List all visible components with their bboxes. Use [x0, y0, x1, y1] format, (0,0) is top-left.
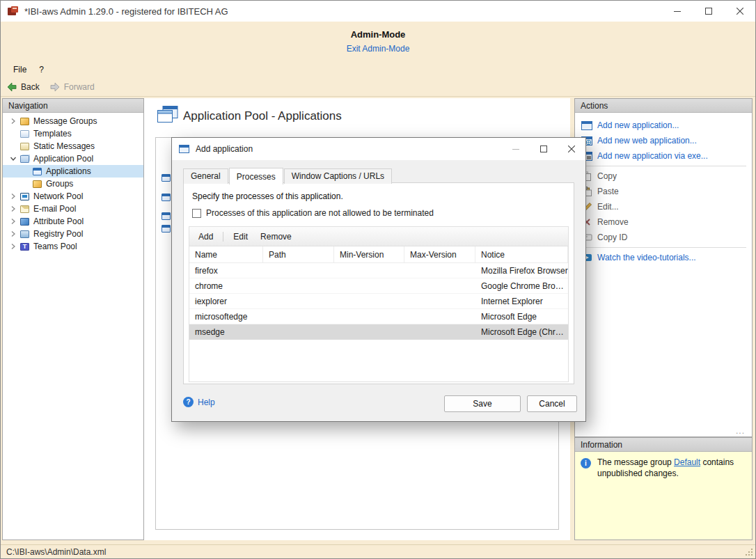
back-button[interactable]: Back — [6, 81, 40, 93]
toolbar-separator — [223, 232, 223, 242]
sidebar-item-message-groups[interactable]: Message Groups — [3, 115, 143, 127]
action-copy-id[interactable]: Copy ID — [575, 230, 752, 245]
sidebar-item-static-messages[interactable]: Static Messages — [3, 140, 143, 152]
teams-pool-icon — [20, 243, 29, 251]
chevron-right-icon[interactable] — [8, 242, 18, 251]
dialog-maximize-button[interactable] — [530, 138, 558, 160]
chevron-right-icon[interactable] — [8, 205, 18, 213]
chevron-down-icon[interactable] — [8, 155, 18, 163]
table-row-firefox[interactable]: firefox Mozilla Firefox Browser — [189, 263, 568, 278]
process-remove-button[interactable]: Remove — [258, 230, 294, 243]
window-titlebar[interactable]: *IBI-aws Admin 1.29.0 - registered for I… — [1, 1, 755, 22]
action-add-new-web-application[interactable]: Add new web application... — [575, 133, 752, 148]
minimize-button[interactable] — [661, 1, 693, 22]
save-button[interactable]: Save — [444, 395, 521, 412]
column-header-name[interactable]: Name — [189, 246, 263, 262]
column-header-notice[interactable]: Notice — [475, 246, 568, 262]
sidebar-item-attribute-pool[interactable]: Attribute Pool — [3, 215, 143, 228]
action-edit[interactable]: Edit... — [575, 199, 752, 214]
menu-file[interactable]: File — [7, 63, 33, 76]
application-row-icon — [162, 174, 171, 182]
sidebar-item-templates[interactable]: Templates — [3, 127, 143, 140]
chevron-right-icon[interactable] — [8, 217, 18, 226]
dialog-titlebar[interactable]: Add application — [172, 138, 585, 160]
actions-separator — [581, 166, 746, 166]
column-header-max-version[interactable]: Max-Version — [404, 246, 475, 262]
dialog-window-icon — [179, 145, 189, 153]
actions-panel-header: Actions — [575, 99, 752, 113]
information-panel: Information i The message group Default … — [574, 437, 753, 540]
menu-help[interactable]: ? — [33, 63, 50, 76]
table-row-iexplorer[interactable]: iexplorer Internet Explorer — [189, 294, 568, 309]
table-row-msedge[interactable]: msedge Microsoft Edge (Chrom... — [189, 324, 568, 340]
column-header-path[interactable]: Path — [263, 246, 334, 262]
sidebar-item-applications[interactable]: Applications — [3, 165, 143, 178]
dialog-close-button[interactable] — [558, 138, 585, 160]
processes-table-header: Name Path Min-Version Max-Version Notice — [189, 246, 568, 263]
dialog-minimize-button[interactable] — [502, 138, 530, 160]
sidebar-item-registry-pool[interactable]: Registry Pool — [3, 228, 143, 240]
resize-grip[interactable] — [744, 547, 754, 557]
back-arrow-icon — [6, 81, 17, 93]
action-add-new-application[interactable]: Add new application... — [575, 118, 752, 133]
forward-arrow-icon — [49, 81, 61, 93]
close-button[interactable] — [724, 1, 755, 22]
chevron-spacer — [21, 180, 31, 188]
tab-window-captions-urls[interactable]: Window Captions / URLs — [284, 168, 392, 184]
window-title: *IBI-aws Admin 1.29.0 - registered for I… — [24, 6, 661, 17]
chevron-spacer — [21, 167, 31, 175]
navigation-panel-header: Navigation — [3, 99, 143, 113]
admin-mode-title: Admin-Mode — [1, 29, 755, 40]
window-add-icon — [581, 120, 592, 130]
sidebar-item-email-pool[interactable]: E-mail Pool — [3, 203, 143, 215]
panel-splitter-dots[interactable]: ... — [736, 426, 745, 436]
status-bar: C:\IBI-aws\Admin\Data.xml — [1, 544, 755, 558]
actions-separator — [581, 247, 746, 248]
action-watch-video-tutorials[interactable]: Watch the video-tutorials... — [575, 250, 752, 265]
registry-pool-icon — [20, 230, 29, 238]
info-icon: i — [581, 458, 591, 469]
tab-processes[interactable]: Processes — [229, 168, 283, 184]
maximize-button[interactable] — [693, 1, 724, 22]
chevron-right-icon[interactable] — [8, 117, 18, 125]
action-copy[interactable]: Copy — [575, 168, 752, 184]
sidebar-item-application-pool[interactable]: Application Pool — [3, 152, 143, 165]
column-header-min-version[interactable]: Min-Version — [334, 246, 404, 262]
application-window: *IBI-aws Admin 1.29.0 - registered for I… — [0, 0, 756, 559]
attribute-pool-icon — [20, 218, 29, 226]
chevron-right-icon[interactable] — [8, 230, 18, 238]
processes-tab-page: Specify the processes of this applicatio… — [183, 182, 574, 384]
forward-button[interactable]: Forward — [49, 81, 95, 93]
dialog-title: Add application — [196, 144, 502, 154]
sidebar-item-groups[interactable]: Groups — [3, 178, 143, 190]
process-add-button[interactable]: Add — [196, 230, 216, 243]
applications-icon — [33, 168, 42, 175]
action-paste[interactable]: Paste — [575, 184, 752, 199]
table-row-chrome[interactable]: chrome Google Chrome Browser — [189, 278, 568, 294]
sidebar-item-teams-pool[interactable]: Teams Pool — [3, 240, 143, 253]
dialog-tabs: General Processes Window Captions / URLs — [183, 167, 393, 184]
action-remove[interactable]: Remove — [575, 214, 752, 230]
terminate-checkbox-label: Processes of this application are not al… — [206, 208, 434, 218]
sidebar-item-network-pool[interactable]: Network Pool — [3, 190, 143, 203]
action-add-new-application-via-exe[interactable]: Add new application via exe... — [575, 148, 752, 164]
exit-admin-mode-link[interactable]: Exit Admin-Mode — [347, 44, 410, 54]
terminate-checkbox[interactable] — [192, 209, 201, 218]
tab-general[interactable]: General — [183, 168, 228, 184]
application-pool-icon — [20, 155, 29, 163]
email-pool-icon — [20, 205, 29, 213]
cancel-button[interactable]: Cancel — [527, 395, 577, 412]
processes-toolbar: Add Edit Remove — [189, 227, 568, 246]
groups-icon — [33, 180, 42, 188]
menu-bar: File ? — [1, 62, 755, 77]
table-row-microsoftedge[interactable]: microsoftedge Microsoft Edge — [189, 309, 568, 324]
applications-heading-icon — [157, 105, 179, 125]
help-icon: ? — [183, 397, 194, 407]
chevron-right-icon[interactable] — [8, 192, 18, 200]
default-message-group-link[interactable]: Default — [674, 457, 700, 467]
chevron-spacer — [8, 142, 18, 150]
help-link[interactable]: ? Help — [183, 397, 215, 407]
process-edit-button[interactable]: Edit — [230, 230, 251, 243]
information-panel-header: Information — [575, 438, 752, 452]
message-groups-icon — [20, 118, 29, 125]
